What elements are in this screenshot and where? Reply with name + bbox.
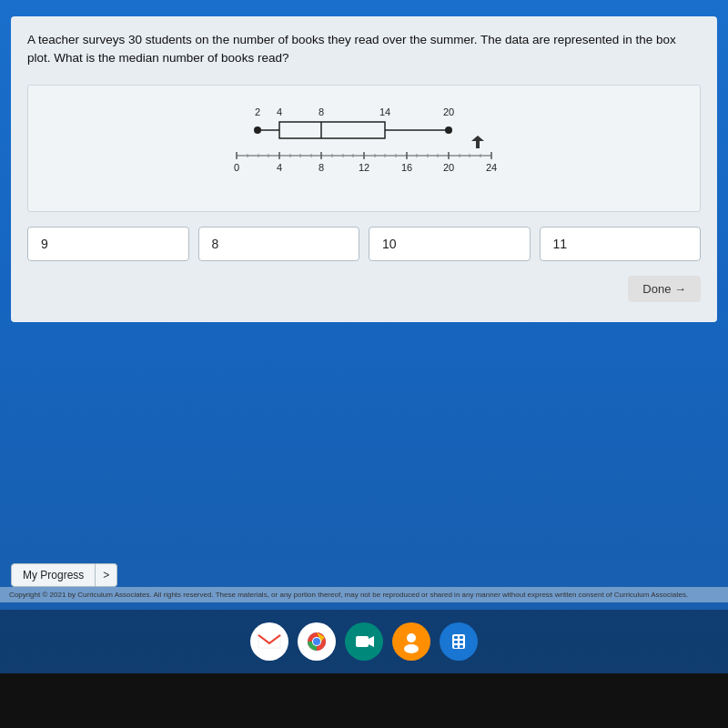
copyright-text: Copyright © 2021 by Curriculum Associate… bbox=[9, 591, 688, 599]
axis-label-20: 20 bbox=[443, 162, 454, 173]
cursor-arrow bbox=[471, 136, 484, 148]
done-row: Done → bbox=[27, 276, 701, 302]
label-q3-top: 14 bbox=[379, 106, 390, 117]
content-card: A teacher surveys 30 students on the num… bbox=[11, 16, 717, 322]
my-progress-bar: My Progress > bbox=[11, 563, 117, 587]
svg-rect-35 bbox=[454, 645, 458, 648]
copyright-bar: Copyright © 2021 by Curriculum Associate… bbox=[0, 587, 728, 602]
label-q1-top: 4 bbox=[277, 106, 282, 117]
svg-rect-31 bbox=[454, 636, 458, 639]
screen-background: A teacher surveys 30 students on the num… bbox=[0, 0, 728, 728]
boxplot-svg: 2 4 8 14 20 bbox=[209, 103, 519, 194]
answer-choices-row: 9 8 10 11 bbox=[27, 227, 701, 261]
my-progress-chevron[interactable]: > bbox=[96, 563, 117, 587]
answer-btn-11[interactable]: 11 bbox=[540, 227, 702, 261]
label-median-top: 8 bbox=[318, 106, 324, 117]
svg-rect-24 bbox=[356, 636, 369, 647]
taskbar bbox=[0, 610, 728, 673]
axis-label-16: 16 bbox=[401, 162, 412, 173]
svg-point-22 bbox=[313, 638, 320, 645]
axis-label-4: 4 bbox=[277, 162, 282, 173]
svg-point-27 bbox=[407, 633, 416, 642]
my-progress-button[interactable]: My Progress bbox=[11, 563, 96, 587]
taskbar-duo-icon[interactable] bbox=[392, 622, 430, 661]
axis-label-8: 8 bbox=[318, 162, 324, 173]
axis-label-0: 0 bbox=[234, 162, 239, 173]
svg-rect-34 bbox=[460, 641, 463, 643]
label-max-top: 20 bbox=[443, 106, 454, 117]
boxplot-box bbox=[279, 122, 385, 138]
answer-btn-10[interactable]: 10 bbox=[369, 227, 531, 261]
svg-point-28 bbox=[404, 644, 419, 653]
label-min-top: 2 bbox=[255, 106, 260, 117]
taskbar-gmail-icon[interactable] bbox=[250, 622, 288, 661]
svg-rect-33 bbox=[454, 641, 458, 643]
taskbar-calc-icon[interactable] bbox=[440, 622, 478, 661]
svg-rect-36 bbox=[460, 645, 463, 648]
boxplot-area: 2 4 8 14 20 bbox=[27, 85, 701, 212]
taskbar-chrome-icon[interactable] bbox=[298, 622, 336, 661]
answer-btn-8[interactable]: 8 bbox=[198, 227, 360, 261]
axis-label-12: 12 bbox=[359, 162, 369, 173]
question-text: A teacher surveys 30 students on the num… bbox=[27, 31, 701, 68]
svg-rect-32 bbox=[460, 636, 463, 639]
taskbar-meet-icon[interactable] bbox=[345, 622, 383, 661]
answer-btn-9[interactable]: 9 bbox=[27, 227, 189, 261]
axis-label-24: 24 bbox=[486, 162, 497, 173]
boxplot-max-dot bbox=[445, 126, 452, 134]
bottom-bar bbox=[0, 673, 728, 728]
done-button[interactable]: Done → bbox=[628, 276, 701, 302]
